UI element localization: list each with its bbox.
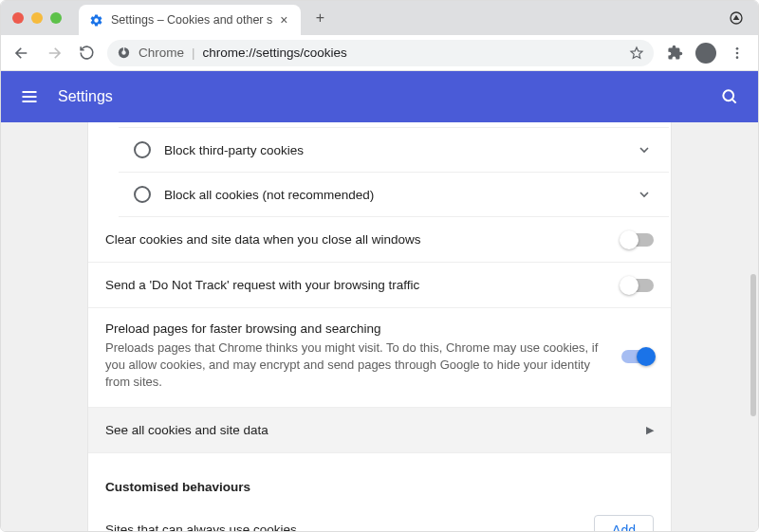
minimize-window-icon[interactable] xyxy=(31,12,43,24)
omnibox-host: Chrome xyxy=(139,46,184,60)
svg-point-5 xyxy=(736,56,739,59)
radio-label: Block third-party cookies xyxy=(164,143,623,157)
close-window-icon[interactable] xyxy=(12,12,24,24)
radio-icon xyxy=(134,186,151,203)
toggle-do-not-track[interactable] xyxy=(621,279,654,292)
radio-block-all[interactable]: Block all cookies (not recommended) xyxy=(119,173,669,217)
row-label: Preload pages for faster browsing and se… xyxy=(105,321,608,336)
search-settings-icon[interactable] xyxy=(718,85,741,108)
row-sites-always-allow: Sites that can always use cookies Add xyxy=(88,502,671,532)
omnibox-separator: | xyxy=(192,46,195,60)
row-label: See all cookies and site data xyxy=(105,423,268,437)
forward-button[interactable] xyxy=(43,42,65,64)
profile-avatar[interactable] xyxy=(695,43,716,64)
omnibox[interactable]: Chrome | chrome://settings/cookies xyxy=(107,40,654,66)
row-see-all-cookies[interactable]: See all cookies and site data ▶ xyxy=(88,408,671,453)
chevron-right-icon: ▶ xyxy=(646,424,654,436)
svg-point-4 xyxy=(736,51,739,54)
svg-point-6 xyxy=(723,90,733,101)
page-title: Settings xyxy=(58,88,113,105)
browser-tab[interactable]: Settings – Cookies and other s × xyxy=(79,5,301,35)
toggle-preload[interactable] xyxy=(621,350,654,363)
row-preload: Preload pages for faster browsing and se… xyxy=(88,308,671,408)
add-button[interactable]: Add xyxy=(594,515,654,532)
window-menu-icon[interactable] xyxy=(728,9,745,27)
tab-title: Settings – Cookies and other s xyxy=(111,13,272,27)
content-stage: Block third-party cookies Block all cook… xyxy=(1,122,758,532)
row-label: Sites that can always use cookies xyxy=(105,523,297,532)
section-heading: Customised behaviours xyxy=(88,453,671,502)
bookmark-star-icon[interactable] xyxy=(629,46,644,61)
settings-appbar: Settings xyxy=(1,71,758,122)
row-clear-on-exit: Clear cookies and site data when you clo… xyxy=(88,217,671,263)
window-titlebar: Settings – Cookies and other s × + xyxy=(1,1,758,35)
row-label: Clear cookies and site data when you clo… xyxy=(105,232,420,247)
extensions-icon[interactable] xyxy=(663,42,686,64)
toggle-clear-on-exit[interactable] xyxy=(621,233,654,247)
maximize-window-icon[interactable] xyxy=(50,12,62,24)
row-label: Send a 'Do Not Track' request with your … xyxy=(105,278,419,292)
row-do-not-track: Send a 'Do Not Track' request with your … xyxy=(88,263,671,308)
kebab-menu-icon[interactable] xyxy=(726,42,749,64)
close-tab-icon[interactable]: × xyxy=(280,12,287,28)
chevron-down-icon[interactable] xyxy=(637,187,652,202)
svg-point-3 xyxy=(736,47,739,50)
row-description: Preloads pages that Chrome thinks you mi… xyxy=(105,339,608,392)
traffic-lights xyxy=(12,12,62,24)
reload-button[interactable] xyxy=(75,42,98,64)
settings-panel: Block third-party cookies Block all cook… xyxy=(87,122,672,532)
gear-icon xyxy=(88,12,103,28)
radio-icon xyxy=(134,141,151,158)
hamburger-menu-icon[interactable] xyxy=(18,85,41,108)
site-info-icon[interactable] xyxy=(117,46,131,60)
back-button[interactable] xyxy=(10,42,33,64)
omnibox-url: chrome://settings/cookies xyxy=(203,46,347,60)
scrollbar-thumb[interactable] xyxy=(750,274,756,416)
new-tab-button[interactable]: + xyxy=(306,5,333,31)
radio-block-third-party[interactable]: Block third-party cookies xyxy=(119,127,669,173)
chevron-down-icon[interactable] xyxy=(637,142,652,157)
radio-label: Block all cookies (not recommended) xyxy=(164,188,623,202)
browser-toolbar: Chrome | chrome://settings/cookies xyxy=(1,35,758,71)
